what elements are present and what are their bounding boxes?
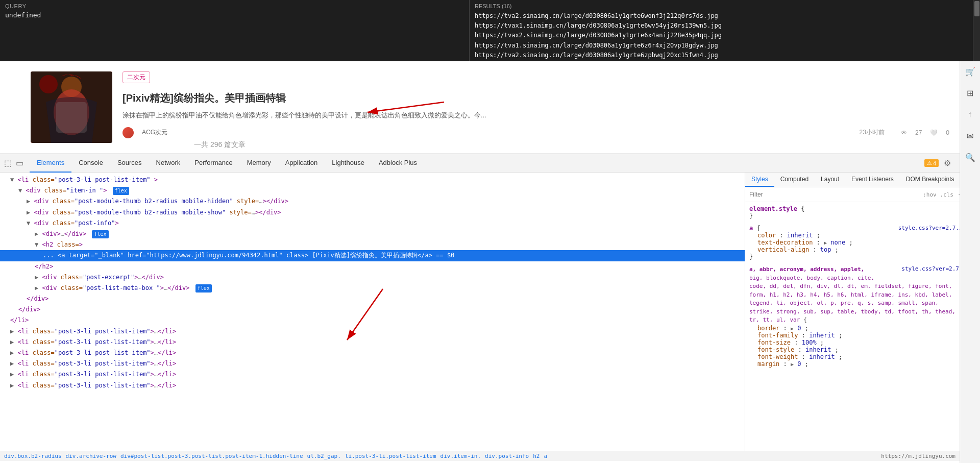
tree-triangle[interactable]: [10, 176, 14, 183]
tree-triangle[interactable]: [27, 198, 30, 205]
thumbnail-svg: [31, 71, 112, 143]
rule-selector-continuation: big, blockquote, body, caption, cite,: [749, 274, 976, 283]
flex-badge: flex: [113, 187, 129, 195]
query-panel: QUERY undefined: [0, 0, 470, 61]
styles-tab-styles[interactable]: Styles: [745, 173, 774, 187]
styles-tab-computed[interactable]: Computed: [774, 173, 815, 187]
selected-html-line[interactable]: ... <a target="_blank" href="https://www…: [0, 250, 745, 261]
rule-selector-cont3: form, h1, h2, h3, h4, h5, h6, html, ifra…: [749, 291, 976, 300]
settings-icon[interactable]: ⚙: [944, 158, 951, 168]
tab-performance[interactable]: Performance: [187, 154, 239, 173]
results-label: RESULTS (16): [475, 3, 968, 9]
html-line[interactable]: <div class="post-excerpt">…</div>: [0, 272, 745, 283]
breadcrumb-item[interactable]: h2: [533, 453, 540, 459]
mail-icon[interactable]: ✉: [964, 130, 976, 142]
html-line[interactable]: <li class="post-3-li post-list-item">…</…: [0, 337, 745, 348]
breadcrumb-item[interactable]: div.box.b2-radius: [4, 453, 62, 459]
article-excerpt: 涂抹在指甲上的缤纷指甲油不仅能给角色增添光彩，那些个性独特的美甲设计，更是能表达…: [122, 110, 949, 121]
tree-triangle[interactable]: [18, 187, 22, 194]
tab-console[interactable]: Console: [71, 154, 110, 173]
tree-triangle[interactable]: [35, 274, 38, 281]
breadcrumb-item[interactable]: div.post-info: [485, 453, 529, 459]
tab-application[interactable]: Application: [278, 154, 325, 173]
breadcrumb-item[interactable]: div.archive-row: [66, 453, 116, 459]
html-line[interactable]: </h2>: [0, 261, 745, 272]
breadcrumb-item[interactable]: div.item-in.: [440, 453, 481, 459]
html-line[interactable]: </div>: [0, 304, 745, 315]
tree-triangle[interactable]: [27, 220, 30, 227]
html-line[interactable]: <div class="post-module-thumb b2-radius …: [0, 196, 745, 207]
tree-triangle[interactable]: [35, 230, 38, 237]
rule-closing-brace-a: }: [749, 253, 976, 260]
breadcrumb-item[interactable]: li.post-3-li.post-list-item: [345, 453, 436, 459]
rule-prop-font-style: font-style : inherit ;: [749, 346, 976, 353]
tab-elements[interactable]: Elements: [30, 154, 71, 173]
breadcrumb-item[interactable]: a: [544, 453, 547, 459]
tree-triangle[interactable]: [10, 382, 14, 389]
html-line[interactable]: <li class="post-3-li post-list-item">…</…: [0, 348, 745, 358]
device-icon[interactable]: ▭: [16, 158, 23, 168]
html-panel[interactable]: <li class="post-3-li post-list-item" > <…: [0, 173, 745, 451]
html-line[interactable]: <li class="post-3-li post-list-item">…</…: [0, 380, 745, 391]
tab-lighthouse[interactable]: Lighthouse: [325, 154, 372, 173]
styles-filter-input[interactable]: [749, 191, 919, 198]
styles-tab-dom-breakpoints[interactable]: DOM Breakpoints: [900, 173, 961, 187]
html-line[interactable]: <div>…</div> flex: [0, 229, 745, 239]
upload-icon[interactable]: ↑: [964, 108, 976, 120]
styles-tab-layout[interactable]: Layout: [815, 173, 845, 187]
tree-triangle[interactable]: [27, 209, 30, 216]
result-url-1: https://tva2.sinaimg.cn/large/d030806a1y…: [475, 11, 968, 21]
page-count-text: 一共 296 篇文章: [194, 140, 246, 149]
author-name[interactable]: ACG次元: [142, 128, 167, 137]
tab-sources[interactable]: Sources: [110, 154, 149, 173]
grid-icon[interactable]: ⊞: [964, 87, 976, 99]
tree-triangle[interactable]: [35, 241, 38, 248]
html-line[interactable]: <li class="post-3-li post-list-item">…</…: [0, 326, 745, 337]
cart-icon[interactable]: 🛒: [964, 65, 976, 78]
rule-prop-margin: margin : ▶ 0 ;: [749, 360, 976, 368]
styles-content: element.style { } a { style.css?ver=2.7.…: [745, 202, 980, 451]
html-line[interactable]: </li>: [0, 315, 745, 326]
rule-selector-cont4: legend, li, object, ol, p, pre, q, s, sa…: [749, 299, 976, 308]
tree-triangle[interactable]: [10, 328, 14, 335]
breadcrumb-item[interactable]: div#post-list.post-3.post-list.post-item…: [120, 453, 303, 459]
rule-prop-color: color : inherit ;: [749, 232, 976, 239]
tab-memory[interactable]: Memory: [240, 154, 278, 173]
article-tag[interactable]: 二次元: [122, 71, 150, 83]
warning-count: 4: [933, 160, 936, 166]
html-line[interactable]: <li class="post-3-li post-list-item">…</…: [0, 358, 745, 369]
html-line[interactable]: <div class="post-list-meta-box ">…</div>…: [0, 283, 745, 294]
styles-tabs: Styles Computed Layout Event Listeners D…: [745, 173, 980, 187]
html-line[interactable]: </div>: [0, 294, 745, 304]
side-icons-bar: 🛒 ⊞ ↑ ✉ 🔍: [960, 61, 980, 461]
html-line[interactable]: <li class="post-3-li post-list-item">…</…: [0, 369, 745, 380]
tree-triangle[interactable]: [35, 284, 38, 291]
html-line[interactable]: <div class="post-info">: [0, 218, 745, 229]
inspect-icon[interactable]: ⬚: [4, 158, 12, 168]
styles-tab-event-listeners[interactable]: Event Listeners: [845, 173, 900, 187]
query-value: undefined: [5, 11, 464, 19]
html-line[interactable]: <div class="post-module-thumb b2-radius …: [0, 207, 745, 218]
style-rule-a: a { style.css?ver=2.7.5:252 color : inhe…: [749, 225, 976, 260]
html-line[interactable]: <h2 class=>: [0, 239, 745, 250]
rule-closing-brace: }: [749, 212, 976, 220]
result-url-5: https://tva2.sinaimg.cn/large/d030806a1y…: [475, 51, 968, 60]
tree-triangle[interactable]: [10, 360, 14, 367]
results-scrollbar[interactable]: [973, 0, 980, 61]
breadcrumb-item[interactable]: ul.b2_gap.: [307, 453, 341, 459]
tree-triangle[interactable]: [10, 349, 14, 356]
rule-header-big: a, abbr, acronym, address, applet, style…: [749, 265, 976, 274]
tab-adblock[interactable]: Adblock Plus: [372, 154, 424, 173]
results-panel: RESULTS (16) https://tva2.sinaimg.cn/lar…: [470, 0, 973, 61]
article-title[interactable]: [Pixiv精选]缤纷指尖。美甲插画特辑: [122, 91, 949, 105]
tree-triangle[interactable]: [10, 371, 14, 378]
html-line[interactable]: <li class="post-3-li post-list-item" >: [0, 175, 745, 185]
tab-network[interactable]: Network: [149, 154, 188, 173]
rule-prop-font-weight: font-weight : inherit ;: [749, 353, 976, 360]
tree-triangle[interactable]: [10, 338, 14, 346]
html-line[interactable]: <div class="item-in "> flex: [0, 185, 745, 196]
search-side-icon[interactable]: 🔍: [964, 151, 976, 163]
article-card: 二次元 [Pixiv精选]缤纷指尖。美甲插画特辑 涂抹在指甲上的缤纷指甲油不仅能…: [0, 61, 980, 154]
devtools-body: <li class="post-3-li post-list-item" > <…: [0, 173, 980, 451]
like-icon: 🤍: [930, 129, 938, 136]
